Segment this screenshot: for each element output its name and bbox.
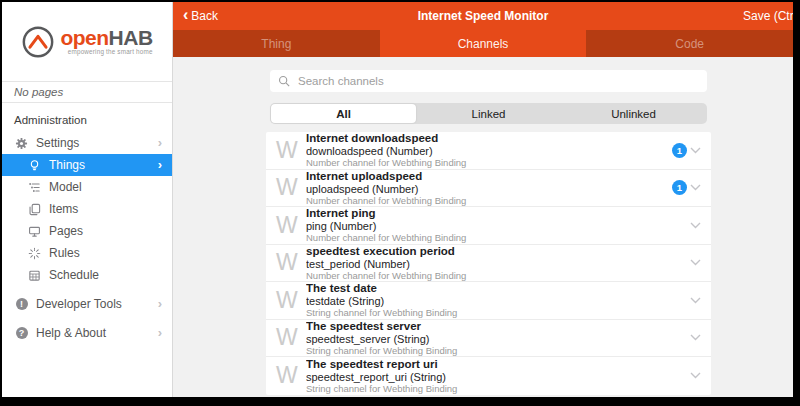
channel-avatar: W xyxy=(276,326,306,349)
tab-thing[interactable]: Thing xyxy=(173,30,380,57)
logo-wordmark: openHAB xyxy=(60,27,152,48)
channel-title: The test date xyxy=(306,282,690,295)
channel-title: Internet downloadspeed xyxy=(306,132,672,145)
channel-title: The speedtest report uri xyxy=(306,358,690,371)
sidebar: openHAB empowering the smart home No pag… xyxy=(2,2,173,397)
gear-icon xyxy=(14,136,29,150)
openhab-logo: openHAB empowering the smart home xyxy=(2,2,172,82)
chevron-down-icon xyxy=(690,222,701,229)
filter-unlinked[interactable]: Unlinked xyxy=(561,104,706,123)
sidebar-item-rules[interactable]: Rules xyxy=(2,242,172,264)
channel-id-type: downloadspeed (Number) xyxy=(306,145,672,157)
channel-id-type: ping (Number) xyxy=(306,220,690,232)
openhab-logo-icon xyxy=(21,25,55,59)
tab-code[interactable]: Code xyxy=(586,30,793,57)
page-title: Internet Speed Monitor xyxy=(173,9,793,23)
sidebar-nav: Settings › Things › Model Items Pages Ru… xyxy=(2,132,172,344)
channel-title: speedtest execution period xyxy=(306,245,690,258)
channel-avatar: W xyxy=(276,214,306,237)
chevron-down-icon xyxy=(690,297,701,304)
search-input[interactable] xyxy=(296,74,699,88)
channel-description: String channel for Webthing Binding xyxy=(306,307,690,318)
channel-id-type: test_period (Number) xyxy=(306,258,690,270)
tab-bar: ThingChannelsCode xyxy=(173,30,793,57)
channel-id-type: testdate (String) xyxy=(306,295,690,307)
chevron-down-icon xyxy=(690,372,701,379)
chevron-right-icon: › xyxy=(158,158,162,171)
navbar: ‹ Back Internet Speed Monitor Save (Ctrl… xyxy=(173,2,793,30)
channel-row[interactable]: W Internet downloadspeed downloadspeed (… xyxy=(266,132,711,170)
back-label: Back xyxy=(191,9,218,23)
search-icon xyxy=(278,75,290,87)
filter-all[interactable]: All xyxy=(271,104,416,123)
channel-avatar: W xyxy=(276,176,306,199)
channel-title: The speedtest server xyxy=(306,320,690,333)
sidebar-item-pages[interactable]: Pages xyxy=(2,220,172,242)
chevron-right-icon: › xyxy=(158,297,162,310)
sidebar-item-items[interactable]: Items xyxy=(2,198,172,220)
items-copy-icon xyxy=(27,202,42,216)
channel-description: Number channel for Webthing Binding xyxy=(306,195,672,206)
channel-description: Number channel for Webthing Binding xyxy=(306,232,690,243)
linked-count-badge: 1 xyxy=(672,143,687,158)
chevron-down-icon xyxy=(690,334,701,341)
channel-row[interactable]: W speedtest execution period test_period… xyxy=(266,245,711,283)
chevron-right-icon: › xyxy=(158,326,162,339)
channel-title: Internet uploadspeed xyxy=(306,170,672,183)
search-bar xyxy=(270,70,707,92)
channel-row[interactable]: W Internet ping ping (Number) Number cha… xyxy=(266,207,711,245)
channel-description: String channel for Webthing Binding xyxy=(306,383,690,394)
model-tree-icon xyxy=(27,180,42,194)
channel-description: Number channel for Webthing Binding xyxy=(306,270,690,281)
save-button[interactable]: Save (Ctrl-S) xyxy=(743,9,793,23)
channel-description: Number channel for Webthing Binding xyxy=(306,157,672,168)
sidebar-item-things[interactable]: Things › xyxy=(2,154,172,176)
no-pages-label: No pages xyxy=(2,82,172,103)
filter-segmented-control: AllLinkedUnlinked xyxy=(270,103,707,124)
sidebar-item-settings[interactable]: Settings › xyxy=(2,132,172,154)
chevron-right-icon: › xyxy=(158,136,162,149)
sidebar-item-schedule[interactable]: Schedule xyxy=(2,264,172,286)
main-panel: ‹ Back Internet Speed Monitor Save (Ctrl… xyxy=(173,2,793,397)
content-area: AllLinkedUnlinked W Internet downloadspe… xyxy=(173,57,793,397)
channel-avatar: W xyxy=(276,364,306,387)
channel-title: Internet ping xyxy=(306,207,690,220)
chevron-down-icon xyxy=(690,184,701,191)
channel-list: W Internet downloadspeed downloadspeed (… xyxy=(266,132,711,395)
linked-count-badge: 1 xyxy=(672,180,687,195)
schedule-calendar-icon xyxy=(27,268,42,282)
chevron-left-icon: ‹ xyxy=(183,7,188,23)
app-window: openHAB empowering the smart home No pag… xyxy=(2,2,793,397)
channel-avatar: W xyxy=(276,139,306,162)
chevron-down-icon xyxy=(690,259,701,266)
rules-sparkle-icon xyxy=(27,246,42,260)
channel-id-type: speedtest_server (String) xyxy=(306,333,690,345)
channel-description: String channel for Webthing Binding xyxy=(306,345,690,356)
administration-section-label: Administration xyxy=(2,103,172,132)
channel-row[interactable]: W The speedtest server speedtest_server … xyxy=(266,320,711,358)
pages-monitor-icon xyxy=(27,224,42,238)
lightbulb-icon xyxy=(27,158,42,172)
channel-id-type: speedtest_report_uri (String) xyxy=(306,371,690,383)
sidebar-item-help-about[interactable]: ? Help & About › xyxy=(2,322,172,344)
channel-avatar: W xyxy=(276,289,306,312)
channel-row[interactable]: W The speedtest report uri speedtest_rep… xyxy=(266,357,711,395)
developer-tools-icon: ! xyxy=(14,297,29,311)
channel-row[interactable]: W Internet uploadspeed uploadspeed (Numb… xyxy=(266,170,711,208)
filter-linked[interactable]: Linked xyxy=(416,104,561,123)
channel-row[interactable]: W The test date testdate (String) String… xyxy=(266,282,711,320)
channel-avatar: W xyxy=(276,251,306,274)
sidebar-item-model[interactable]: Model xyxy=(2,176,172,198)
logo-tagline: empowering the smart home xyxy=(60,49,152,55)
tab-channels[interactable]: Channels xyxy=(380,30,587,57)
chevron-down-icon xyxy=(690,147,701,154)
channel-id-type: uploadspeed (Number) xyxy=(306,183,672,195)
back-button[interactable]: ‹ Back xyxy=(183,9,218,23)
sidebar-item-developer-tools[interactable]: ! Developer Tools › xyxy=(2,293,172,315)
help-icon: ? xyxy=(14,326,29,340)
